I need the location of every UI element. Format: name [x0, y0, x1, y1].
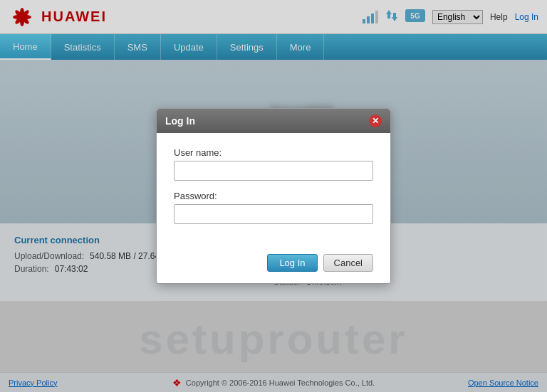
password-label: Password: [174, 191, 373, 201]
login-modal: Log In ✕ User name: Password: Log In Can… [156, 108, 391, 284]
modal-title: Log In [165, 115, 195, 127]
modal-header: Log In ✕ [157, 109, 390, 133]
modal-body: User name: Password: [157, 133, 390, 248]
modal-overlay: Log In ✕ User name: Password: Log In Can… [0, 0, 547, 392]
modal-footer: Log In Cancel [157, 248, 390, 283]
password-input[interactable] [174, 204, 373, 224]
modal-close-button[interactable]: ✕ [369, 115, 382, 127]
username-label: User name: [174, 147, 373, 158]
username-input[interactable] [174, 161, 373, 181]
modal-cancel-button[interactable]: Cancel [323, 254, 373, 272]
modal-login-button[interactable]: Log In [267, 254, 317, 272]
